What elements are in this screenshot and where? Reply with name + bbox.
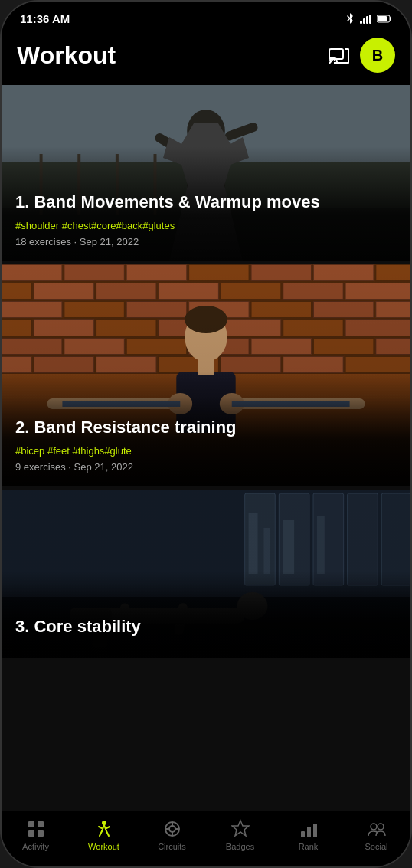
screen: 11:36 AM Workout [2, 2, 410, 866]
nav-item-social[interactable]: Social [350, 819, 404, 851]
svg-point-107 [169, 826, 175, 832]
battery-icon [377, 15, 392, 23]
workout-card-2[interactable]: 2. Band Resistance training #bicep #feet… [2, 264, 410, 486]
svg-point-117 [378, 824, 384, 830]
card-2-tags: #bicep #feet #thighs#glute [15, 445, 397, 457]
workout-card-3[interactable]: 3. Core stability [2, 490, 410, 658]
nav-item-activity[interactable]: Activity [9, 819, 63, 851]
svg-line-104 [99, 827, 102, 828]
card-2-title: 2. Band Resistance training [15, 418, 397, 437]
svg-line-103 [106, 831, 109, 836]
nav-item-circuits[interactable]: Circuits [146, 819, 199, 851]
svg-rect-95 [28, 821, 34, 827]
workout-list: 1. Band Movements & Warmup moves #should… [2, 85, 410, 811]
svg-rect-113 [301, 831, 305, 837]
card-3-title: 3. Core stability [15, 617, 397, 637]
nav-label-activity: Activity [22, 842, 49, 851]
nav-label-rank: Rank [299, 842, 319, 851]
svg-line-102 [100, 831, 102, 836]
nav-label-badges: Badges [226, 842, 254, 851]
svg-rect-115 [313, 824, 317, 837]
svg-point-116 [371, 824, 377, 830]
svg-rect-114 [307, 827, 311, 837]
card-3-overlay: 3. Core stability [2, 571, 410, 658]
svg-rect-1 [363, 18, 365, 24]
phone-frame: 11:36 AM Workout [0, 0, 412, 868]
circuits-icon [162, 819, 182, 839]
workout-icon [94, 819, 114, 839]
workout-card-1[interactable]: 1. Band Movements & Warmup moves #should… [2, 85, 410, 261]
nav-label-workout: Workout [88, 842, 119, 851]
nav-item-rank[interactable]: Rank [282, 819, 335, 851]
nav-item-badges[interactable]: Badges [214, 819, 267, 851]
svg-rect-96 [38, 821, 44, 827]
card-1-overlay: 1. Band Movements & Warmup moves #should… [2, 146, 410, 261]
avatar[interactable]: B [360, 38, 395, 73]
bottom-nav: Activity Workout [2, 811, 410, 866]
card-2-overlay: 2. Band Resistance training #bicep #feet… [2, 372, 410, 486]
card-2-meta: 9 exercises · Sep 21, 2022 [15, 461, 397, 473]
status-icons [345, 13, 392, 25]
status-bar: 11:36 AM [2, 2, 410, 31]
svg-rect-5 [378, 16, 387, 21]
bluetooth-icon [345, 13, 355, 25]
svg-marker-112 [232, 821, 249, 836]
svg-rect-0 [360, 21, 362, 24]
card-1-title: 1. Band Movements & Warmup moves [15, 192, 397, 212]
svg-rect-98 [38, 830, 44, 837]
nav-label-social: Social [365, 842, 388, 851]
svg-rect-3 [369, 15, 371, 24]
card-1-tags: #shoulder #chest#core#back#glutes [15, 220, 397, 231]
badges-icon [231, 819, 250, 839]
svg-rect-97 [28, 830, 34, 837]
svg-line-105 [106, 827, 110, 828]
svg-rect-2 [366, 16, 368, 24]
card-1-meta: 18 exercises · Sep 21, 2022 [15, 236, 397, 247]
cast-icon[interactable] [329, 47, 349, 64]
signal-icon [360, 15, 372, 24]
social-icon [367, 819, 387, 839]
nav-label-circuits: Circuits [158, 842, 186, 851]
rank-icon [299, 819, 319, 839]
activity-icon [26, 819, 46, 839]
header: Workout B [2, 31, 410, 85]
page-title: Workout [17, 41, 116, 70]
nav-item-workout[interactable]: Workout [77, 819, 131, 851]
svg-rect-6 [390, 17, 391, 21]
status-time: 11:36 AM [20, 12, 70, 25]
header-actions: B [329, 38, 395, 73]
